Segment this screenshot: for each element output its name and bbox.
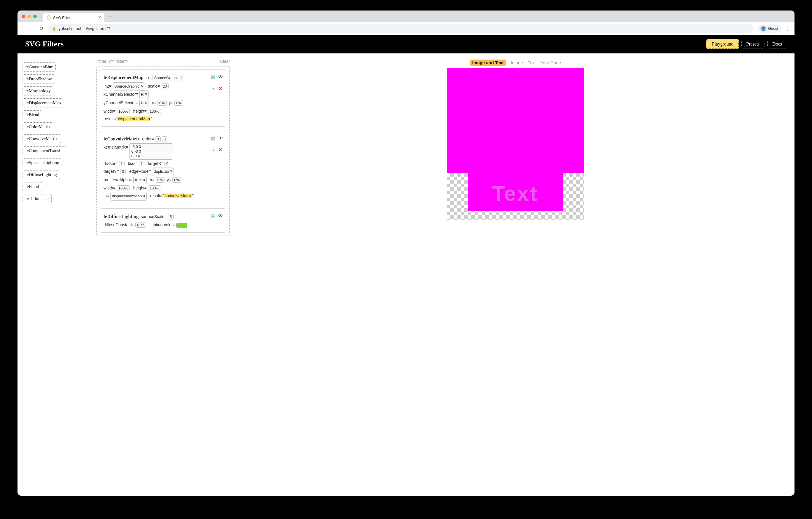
- bias-input[interactable]: 1: [139, 161, 144, 166]
- param-label: edgeMode=: [129, 169, 151, 174]
- param-label: result=": [104, 116, 117, 121]
- y-input[interactable]: 0%: [172, 177, 181, 183]
- param-label: height=: [133, 109, 147, 113]
- browser-tab[interactable]: SVG Filters ×: [43, 13, 105, 22]
- palette-item[interactable]: feMorphology: [22, 86, 54, 95]
- tab-text[interactable]: Text: [528, 60, 536, 65]
- order2-input[interactable]: 3: [162, 136, 167, 142]
- x-input[interactable]: 0%: [156, 177, 165, 183]
- height-input[interactable]: 100%: [148, 109, 161, 114]
- width-input[interactable]: 100%: [117, 185, 130, 191]
- kernelmatrix-input[interactable]: -3 0 0 0 -3 0 0 0 4: [129, 143, 173, 160]
- param-label: scale=: [148, 84, 160, 88]
- visibility-icon[interactable]: 👁: [219, 134, 223, 143]
- scale-input[interactable]: 20: [161, 83, 169, 89]
- param-label: width=: [104, 186, 116, 190]
- palette-item[interactable]: feSpecularLighting: [22, 158, 62, 167]
- palette-item[interactable]: feBlend: [22, 110, 42, 119]
- profile-label: Guest: [768, 26, 778, 31]
- primitive-name: feConvolveMatrix: [104, 136, 140, 141]
- lighting-color-input[interactable]: [176, 223, 187, 228]
- palette-item[interactable]: feDisplacementMap: [22, 99, 64, 107]
- primitive-palette: feGaussianBlur feDropShadow feMorphology…: [18, 54, 90, 496]
- param-label: width=: [104, 109, 116, 113]
- surfacescale-input[interactable]: 5: [168, 214, 174, 219]
- palette-item[interactable]: feColorMatrix: [22, 122, 54, 131]
- xchannel-select[interactable]: R: [139, 90, 149, 99]
- close-tab-icon[interactable]: ×: [98, 15, 101, 20]
- tab-image[interactable]: Image: [511, 60, 523, 65]
- diffuseconstant-input[interactable]: 0.75: [135, 222, 146, 228]
- palette-item[interactable]: feFlood: [22, 182, 42, 191]
- height-input[interactable]: 100%: [148, 185, 161, 191]
- browser-toolbar: ← → ⟳ 🔒 yoksel.github.io/svg-filters/#/ …: [18, 22, 794, 35]
- address-bar[interactable]: 🔒 yoksel.github.io/svg-filters/#/: [48, 24, 753, 33]
- forward-button[interactable]: →: [31, 26, 36, 31]
- primitive-convolvematrix: ▤ 👁 ＋ ✕ feConvolveMatrix order= 3 3 kern…: [100, 131, 226, 204]
- palette-item[interactable]: feDiffuseLighting: [22, 170, 60, 179]
- targetx-input[interactable]: 0: [165, 161, 170, 166]
- result-value[interactable]: displacementMap: [117, 116, 150, 121]
- close-window-button[interactable]: [22, 15, 25, 18]
- menu-button[interactable]: ⋮: [785, 25, 790, 32]
- palette-item[interactable]: feComponentTransfer: [22, 146, 67, 155]
- docs-icon[interactable]: ▤: [211, 73, 215, 81]
- visibility-icon[interactable]: 👁: [219, 73, 223, 81]
- param-label: in=: [104, 194, 109, 198]
- x-input[interactable]: 0%: [157, 100, 167, 106]
- order1-input[interactable]: 3: [155, 136, 161, 142]
- in2-select[interactable]: SourceGraphic: [113, 82, 145, 91]
- clear-button[interactable]: Clear: [220, 59, 230, 64]
- param-label: diffuseConstant=: [104, 222, 134, 227]
- tab-your-code[interactable]: Your Code: [541, 60, 561, 65]
- nav-presets[interactable]: Presets: [742, 40, 764, 49]
- preservealpha-select[interactable]: true: [133, 176, 146, 185]
- param-label: in2=: [104, 84, 111, 88]
- minimize-window-button[interactable]: [27, 15, 31, 18]
- divisor-input[interactable]: 1: [119, 161, 124, 166]
- main-area: feGaussianBlur feDropShadow feMorphology…: [18, 54, 794, 496]
- tab-image-and-text[interactable]: Image and Text: [470, 59, 506, 66]
- in-select[interactable]: SourceGraphic: [152, 74, 185, 82]
- in-select[interactable]: displacementMap: [110, 192, 147, 200]
- preview-text: Text: [468, 182, 563, 206]
- maximize-window-button[interactable]: [33, 15, 37, 18]
- add-icon[interactable]: ＋: [211, 84, 215, 93]
- delete-icon[interactable]: ✕: [219, 84, 223, 93]
- palette-item[interactable]: feGaussianBlur: [22, 62, 56, 72]
- palette-item[interactable]: feDropShadow: [22, 75, 55, 83]
- param-label: x=: [152, 101, 156, 105]
- param-label: order=: [142, 137, 154, 141]
- docs-icon[interactable]: ▤: [211, 134, 215, 143]
- param-label: yChannelSelector=: [104, 101, 138, 105]
- param-label: divisor=: [104, 161, 118, 166]
- preview-panel: Image and Text Image Text Your Code Text: [236, 54, 794, 496]
- new-tab-button[interactable]: +: [107, 13, 113, 20]
- profile-button[interactable]: 👤 Guest: [757, 25, 781, 33]
- browser-chrome: SVG Filters × + ← → ⟳ 🔒 yoksel.github.io…: [18, 10, 794, 35]
- palette-item[interactable]: feConvolveMatrix: [22, 134, 61, 143]
- visibility-icon[interactable]: 👁: [219, 212, 223, 220]
- ychannel-select[interactable]: B: [139, 99, 149, 107]
- primitive-diffuselighting: ▤ 👁 feDiffuseLighting surfaceScale= 5 di…: [100, 209, 226, 233]
- targety-input[interactable]: 0: [120, 169, 126, 174]
- palette-item[interactable]: feTurbulence: [22, 194, 52, 203]
- param-label: in=: [146, 75, 151, 80]
- reload-button[interactable]: ⟳: [40, 25, 44, 31]
- y-input[interactable]: 0%: [174, 100, 183, 106]
- nav-docs[interactable]: Docs: [767, 40, 787, 49]
- browser-window: SVG Filters × + ← → ⟳ 🔒 yoksel.github.io…: [18, 10, 794, 496]
- delete-icon[interactable]: ✕: [219, 146, 223, 155]
- add-icon[interactable]: ＋: [211, 146, 215, 155]
- preview-image-block: [447, 68, 584, 173]
- param-label: x=: [150, 177, 154, 182]
- docs-icon[interactable]: ▤: [211, 212, 215, 220]
- tab-strip: SVG Filters × +: [18, 10, 794, 22]
- width-input[interactable]: 100%: [117, 109, 130, 114]
- edgemode-select[interactable]: duplicate: [152, 168, 174, 176]
- nav-playground[interactable]: Playground: [707, 40, 738, 49]
- result-value[interactable]: convolveMatrix: [164, 194, 192, 198]
- window-controls: [22, 15, 37, 18]
- param-label: surfaceScale=: [141, 214, 167, 219]
- back-button[interactable]: ←: [22, 26, 27, 31]
